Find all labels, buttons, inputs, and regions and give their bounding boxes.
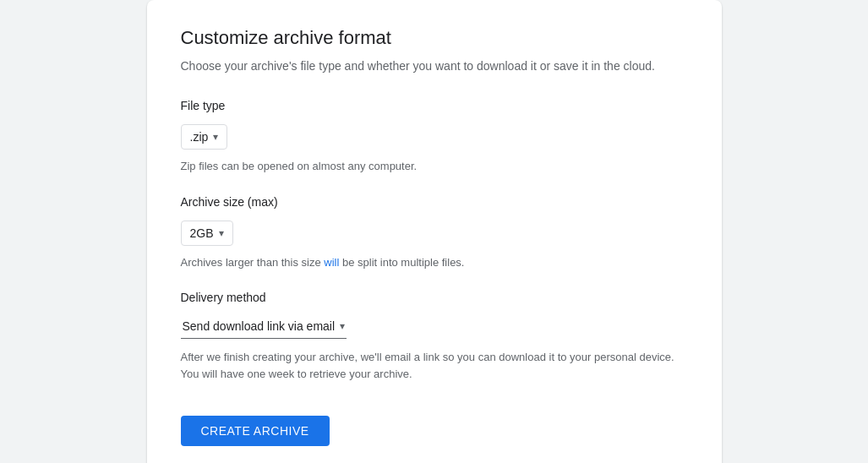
delivery-method-label: Delivery method bbox=[181, 291, 688, 304]
archive-size-helper-link[interactable]: will bbox=[324, 256, 339, 269]
page-title: Customize archive format bbox=[181, 27, 688, 49]
delivery-method-helper: After we finish creating your archive, w… bbox=[181, 349, 688, 382]
file-type-label: File type bbox=[181, 99, 688, 112]
archive-size-helper-before: Archives larger than this size bbox=[181, 256, 325, 269]
delivery-method-arrow-icon: ▾ bbox=[340, 320, 345, 332]
archive-size-arrow-icon: ▾ bbox=[219, 227, 224, 239]
archive-size-dropdown[interactable]: 2GB ▾ bbox=[181, 221, 233, 246]
page-subtitle: Choose your archive's file type and whet… bbox=[181, 57, 688, 75]
file-type-arrow-icon: ▾ bbox=[213, 131, 218, 143]
archive-size-value: 2GB bbox=[190, 226, 214, 240]
delivery-method-value: Send download link via email bbox=[183, 319, 336, 333]
file-type-section: File type .zip ▾ Zip files can be opened… bbox=[181, 99, 688, 175]
customize-archive-card: Customize archive format Choose your arc… bbox=[147, 0, 722, 463]
create-archive-button[interactable]: CREATE ARCHIVE bbox=[181, 416, 330, 446]
delivery-method-dropdown[interactable]: Send download link via email ▾ bbox=[181, 316, 347, 339]
archive-size-label: Archive size (max) bbox=[181, 195, 688, 209]
archive-size-section: Archive size (max) 2GB ▾ Archives larger… bbox=[181, 195, 688, 271]
archive-size-helper-after: be split into multiple files. bbox=[339, 256, 464, 269]
delivery-method-section: Delivery method Send download link via e… bbox=[181, 291, 688, 382]
file-type-value: .zip bbox=[190, 130, 209, 144]
file-type-helper: Zip files can be opened on almost any co… bbox=[181, 158, 688, 175]
file-type-dropdown[interactable]: .zip ▾ bbox=[181, 124, 228, 150]
archive-size-helper: Archives larger than this size will be s… bbox=[181, 254, 688, 271]
